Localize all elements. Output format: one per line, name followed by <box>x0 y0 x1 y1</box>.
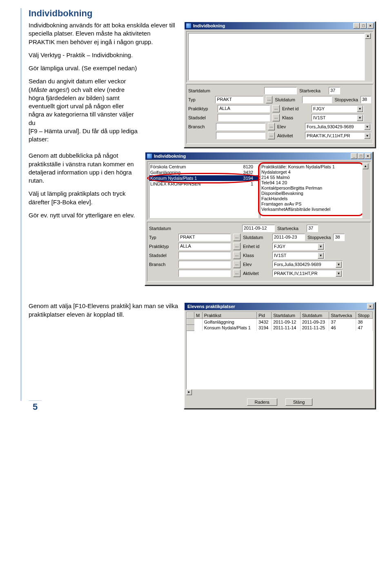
stang-button[interactable]: Stäng <box>285 398 313 406</box>
browse-button[interactable]: ... <box>233 243 241 250</box>
input-startvecka[interactable]: 37 <box>307 225 318 232</box>
table-header[interactable]: Startdatum <box>272 313 301 319</box>
select-aktivitet[interactable]: PRAKTIK,IV,11HT,PR▼ <box>272 270 343 277</box>
maximize-button[interactable]: □ <box>360 23 367 29</box>
label-klass: Klass <box>243 253 270 258</box>
browse-button[interactable]: ... <box>272 114 280 121</box>
table-header[interactable]: Stopp <box>356 313 373 319</box>
table-row[interactable]: Konsum Nydala/Plats 131942011-11-142011-… <box>187 325 373 331</box>
form-panel: Startdatum Startvecka 37 Typ PRAKT ... S… <box>186 84 373 144</box>
browse-button[interactable]: ... <box>233 261 241 268</box>
titlebar[interactable]: Individbokning _ □ × <box>185 22 375 29</box>
paragraph-intro: Individbokning används för att boka ensk… <box>29 21 178 46</box>
browse-button[interactable]: ... <box>268 123 275 130</box>
table-header[interactable]: Pid <box>256 313 271 319</box>
chevron-down-icon[interactable]: ▼ <box>357 115 363 121</box>
label-bransch: Bransch <box>188 124 214 129</box>
input-bransch[interactable] <box>216 123 265 130</box>
chevron-down-icon[interactable]: ▼ <box>364 124 370 130</box>
scroll-up-icon[interactable]: ▲ <box>363 163 368 169</box>
input-stoppvecka[interactable]: 38 <box>333 234 345 241</box>
select-enhetid[interactable]: FJGY▼ <box>312 105 364 112</box>
input-typ[interactable]: PRAKT <box>178 234 231 241</box>
input-praktiktyp[interactable]: ALLA <box>218 105 270 112</box>
close-button[interactable]: × <box>367 304 374 309</box>
input-bransch[interactable] <box>178 261 231 268</box>
browse-button[interactable]: ... <box>268 132 275 139</box>
input-stadsdel[interactable] <box>218 114 270 121</box>
label-aktivitet: Aktivitet <box>277 133 303 138</box>
select-elev[interactable]: Fors,Julia,930429-9689▼ <box>305 123 371 130</box>
minimize-button[interactable]: _ <box>351 153 357 159</box>
input-slutdatum[interactable]: 2011-09-23 <box>272 234 305 241</box>
input-extra[interactable] <box>178 270 231 277</box>
label-enhetid: Enhet id <box>282 106 309 111</box>
minimize-button[interactable]: _ <box>353 23 360 29</box>
select-elev[interactable]: Fors,Julia,930429-9689▼ <box>272 261 343 268</box>
browse-button[interactable]: ... <box>266 96 273 103</box>
browse-button[interactable]: ... <box>272 105 280 112</box>
table-header[interactable]: Praktikst <box>202 313 256 319</box>
info-line: KontaktpersonBirgitta Perlman <box>261 186 361 191</box>
chevron-down-icon[interactable]: ▼ <box>318 253 324 259</box>
close-button[interactable]: × <box>367 23 374 29</box>
window-title: Individbokning <box>193 23 352 28</box>
paragraph-menu: Välj Verktyg - Praktik – Individbokning. <box>29 51 178 59</box>
info-line: Framtagen avAv PS <box>261 201 361 207</box>
select-enhetid[interactable]: FJGY▼ <box>272 243 325 250</box>
input-startdatum[interactable] <box>264 87 297 94</box>
label-typ: Typ <box>188 97 213 102</box>
titlebar[interactable]: Elevens praktikplatser × <box>185 303 375 310</box>
table-header[interactable]: M <box>194 313 203 319</box>
select-aktivitet[interactable]: PRAKTIK,IV,11HT,PR▼ <box>305 132 371 139</box>
browse-button[interactable]: ... <box>233 234 241 241</box>
input-startdatum[interactable]: 2011-09-12 <box>242 225 275 232</box>
info-line: Nydalatorget 4 <box>261 170 361 175</box>
info-line: Praktikställe: Konsum Nydala/Plats 1 <box>261 164 361 170</box>
input-extra[interactable] <box>216 132 265 139</box>
scroll-up-icon[interactable]: ▲ <box>365 33 371 39</box>
list-item[interactable]: LINDEX KRONPRINSEN1 <box>149 181 258 187</box>
scrollbar[interactable]: ▲ <box>365 33 371 80</box>
list-item[interactable]: Konsum Nydala/Plats 13194 <box>149 175 258 181</box>
select-klass[interactable]: IV1ST▼ <box>272 252 325 259</box>
input-slutdatum[interactable] <box>302 96 332 103</box>
chevron-down-icon[interactable]: ▼ <box>336 270 342 277</box>
chevron-down-icon[interactable]: ▼ <box>357 106 363 112</box>
window-individbokning-1: Individbokning _ □ × ▲ Startdatum <box>184 21 376 148</box>
browse-button[interactable]: ... <box>233 252 241 259</box>
info-line: 214 55 Malmö <box>261 175 361 180</box>
select-klass[interactable]: IV1ST▼ <box>312 114 364 121</box>
radera-button[interactable]: Radera <box>247 398 277 406</box>
label-aktivitet: Aktivitet <box>243 271 270 276</box>
close-button[interactable]: × <box>365 153 371 159</box>
chevron-down-icon[interactable]: ▼ <box>364 133 370 139</box>
paragraph-dblclick: Genom att dubbelklicka på något praktiks… <box>29 152 139 185</box>
chevron-down-icon[interactable]: ▼ <box>318 244 324 250</box>
browse-button[interactable]: ... <box>233 270 241 277</box>
maximize-button[interactable]: □ <box>358 153 364 159</box>
input-startvecka[interactable]: 37 <box>329 87 340 94</box>
input-typ[interactable]: PRAKT <box>215 96 263 103</box>
input-praktiktyp[interactable]: ALLA <box>178 243 231 250</box>
list-item[interactable]: Förskola Centrum8120 <box>149 164 258 170</box>
label-stoppvecka: Stoppvecka <box>334 97 358 102</box>
chevron-down-icon[interactable]: ▼ <box>336 262 342 268</box>
scrollbar[interactable]: ▲ <box>362 163 369 218</box>
info-line: VerksamhetAffärsbiträde livsmedel <box>261 207 361 212</box>
list-item[interactable]: Golfanläggning3432 <box>149 170 258 175</box>
scroll-right-icon[interactable]: ► <box>186 389 192 395</box>
label-startdatum: Startdatum <box>188 88 215 93</box>
window-praktikplatser: Elevens praktikplatser × MPraktikstPidSt… <box>184 302 376 409</box>
app-icon <box>147 153 152 159</box>
input-stoppvecka[interactable]: 38 <box>361 96 371 103</box>
table-header[interactable]: Startvecka <box>329 313 356 319</box>
input-stadsdel[interactable] <box>178 252 231 259</box>
places-list[interactable]: Förskola Centrum8120Golfanläggning3432Ko… <box>149 163 258 218</box>
table-row[interactable]: Golfanläggning34322011-09-122011-09-2337… <box>187 319 373 325</box>
paragraph-f3: Välj ut lämplig praktikplats och tryck d… <box>29 190 139 206</box>
table-header[interactable]: Slutdatum <box>300 313 329 319</box>
label-elev: Elev <box>243 262 270 267</box>
titlebar[interactable]: Individbokning _ □ × <box>145 152 372 160</box>
scrollbar-h[interactable]: ◄ ► <box>186 389 373 396</box>
